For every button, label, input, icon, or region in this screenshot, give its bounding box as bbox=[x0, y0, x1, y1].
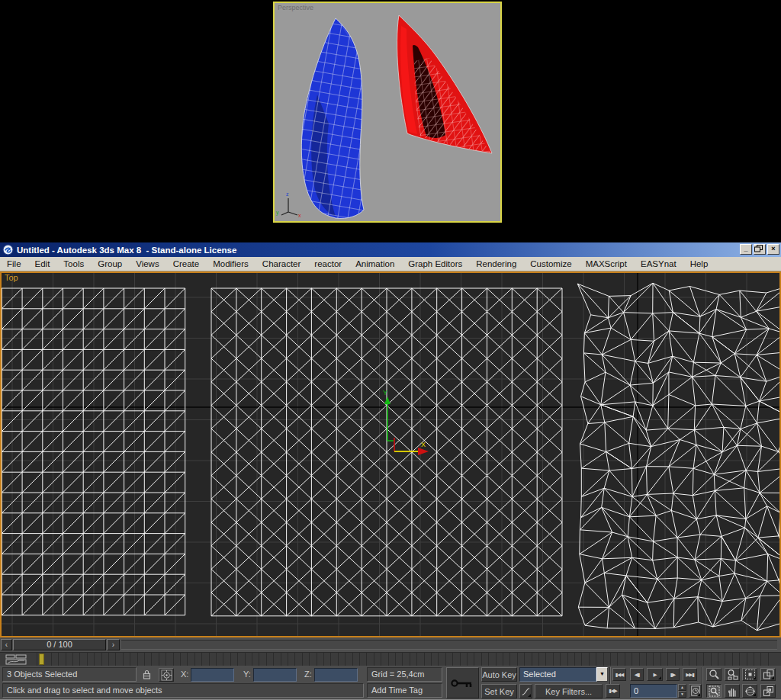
time-slider-track[interactable] bbox=[121, 640, 777, 650]
menu-item-modifiers[interactable]: Modifiers bbox=[206, 257, 256, 271]
track-tick bbox=[509, 653, 510, 666]
selection-lock-icon[interactable] bbox=[142, 669, 152, 680]
clock-icon bbox=[690, 686, 701, 696]
go-to-end-button[interactable]: ▶▶▮ bbox=[683, 668, 697, 681]
dropdown-arrow-icon[interactable]: ▼ bbox=[596, 667, 608, 682]
time-slider: ‹ 0 / 100 › bbox=[0, 637, 781, 652]
title-bar[interactable]: Untitled - Autodesk 3ds Max 8 - Stand-al… bbox=[0, 242, 781, 257]
track-tick bbox=[252, 653, 252, 666]
track-tick bbox=[281, 653, 281, 666]
track-tick bbox=[58, 653, 59, 666]
track-tick bbox=[532, 653, 532, 666]
zoom-button[interactable] bbox=[706, 668, 722, 681]
minimize-button[interactable]: _ bbox=[740, 244, 752, 255]
track-tick bbox=[166, 653, 166, 666]
menu-item-group[interactable]: Group bbox=[91, 257, 129, 271]
default-tangent-button[interactable] bbox=[519, 684, 532, 698]
track-tick bbox=[302, 653, 303, 666]
previous-frame-button[interactable]: ◀▮ bbox=[630, 668, 644, 681]
play-button[interactable]: ▶ bbox=[647, 668, 663, 681]
key-mode-toggle[interactable]: ▮◀▶ bbox=[606, 684, 620, 698]
menu-item-tools[interactable]: Tools bbox=[56, 257, 91, 271]
top-viewport-canvas[interactable]: Y X bbox=[2, 273, 779, 636]
track-tick bbox=[760, 653, 761, 666]
region-zoom-button[interactable] bbox=[706, 684, 722, 698]
menu-item-character[interactable]: Character bbox=[256, 257, 308, 271]
selection-status: 3 Objects Selected bbox=[2, 667, 137, 682]
z-coordinate-field[interactable] bbox=[314, 668, 358, 682]
zoom-extents-all-button[interactable] bbox=[760, 668, 776, 681]
track-tick bbox=[460, 653, 461, 666]
frame-forward-button[interactable]: › bbox=[107, 639, 120, 650]
y-coordinate-field[interactable] bbox=[253, 668, 297, 682]
track-tick bbox=[545, 653, 546, 666]
arc-rotate-button[interactable] bbox=[742, 684, 757, 698]
transform-typein-toggle[interactable] bbox=[159, 668, 174, 682]
blue-cloth-mesh[interactable] bbox=[301, 18, 364, 218]
track-tick bbox=[216, 653, 217, 666]
current-frame-marker[interactable] bbox=[39, 653, 44, 665]
move-gizmo: Y X bbox=[383, 389, 429, 455]
track-tick bbox=[589, 653, 590, 666]
track-tick bbox=[467, 653, 468, 666]
frame-spin-up[interactable]: ▲ bbox=[678, 684, 686, 691]
menu-item-customize[interactable]: Customize bbox=[523, 257, 578, 271]
track-tick bbox=[237, 653, 238, 666]
min-max-toggle-button[interactable] bbox=[760, 684, 776, 698]
time-slider-handle[interactable]: 0 / 100 bbox=[13, 639, 106, 650]
red-cloth-mesh[interactable] bbox=[397, 15, 492, 153]
x-coordinate-field[interactable] bbox=[191, 668, 234, 682]
menu-item-edit[interactable]: Edit bbox=[28, 257, 57, 271]
viewport-label-top[interactable]: Top bbox=[5, 273, 18, 282]
track-bar[interactable] bbox=[0, 652, 781, 666]
track-tick bbox=[352, 653, 353, 666]
close-button[interactable]: × bbox=[767, 244, 779, 255]
svg-text:X: X bbox=[421, 441, 426, 448]
selection-set-dropdown[interactable]: Selected bbox=[519, 667, 596, 682]
track-tick bbox=[538, 653, 539, 666]
app-icon[interactable] bbox=[2, 244, 14, 255]
zoom-all-button[interactable] bbox=[725, 668, 740, 681]
menu-item-create[interactable]: Create bbox=[166, 257, 207, 271]
menu-item-graph-editors[interactable]: Graph Editors bbox=[401, 257, 469, 271]
menu-item-views[interactable]: Views bbox=[129, 257, 166, 271]
frame-back-button[interactable]: ‹ bbox=[1, 639, 12, 650]
time-configuration-button[interactable] bbox=[689, 684, 702, 698]
menu-bar: FileEditToolsGroupViewsCreateModifiersCh… bbox=[0, 257, 781, 271]
set-keys-button[interactable] bbox=[446, 667, 479, 698]
track-tick bbox=[754, 653, 754, 666]
add-time-tag-button[interactable]: Add Time Tag bbox=[367, 683, 442, 698]
top-viewport[interactable]: Y X Top bbox=[0, 271, 781, 637]
menu-item-animation[interactable]: Animation bbox=[349, 257, 401, 271]
track-tick bbox=[245, 653, 246, 666]
perspective-canvas[interactable]: z x y bbox=[275, 3, 500, 221]
menu-item-file[interactable]: File bbox=[0, 257, 28, 271]
restore-button[interactable] bbox=[754, 244, 766, 255]
set-key-button[interactable]: Set Key bbox=[481, 684, 517, 698]
zoom-extents-button[interactable] bbox=[742, 668, 757, 681]
viewport-label-perspective[interactable]: Perspective bbox=[278, 4, 313, 11]
menu-item-reactor[interactable]: reactor bbox=[307, 257, 349, 271]
menu-item-help[interactable]: Help bbox=[683, 257, 715, 271]
perspective-viewport[interactable]: z x y Perspective bbox=[273, 2, 502, 223]
pan-button[interactable] bbox=[725, 684, 740, 698]
auto-key-button[interactable]: Auto Key bbox=[481, 667, 517, 682]
track-tick bbox=[159, 653, 159, 666]
menu-item-rendering[interactable]: Rendering bbox=[469, 257, 523, 271]
next-frame-button[interactable]: ▮▶ bbox=[666, 668, 680, 681]
track-tick bbox=[94, 653, 95, 666]
mini-curve-editor-button[interactable] bbox=[5, 653, 27, 665]
track-tick bbox=[187, 653, 188, 666]
track-tick bbox=[338, 653, 339, 666]
menu-item-easynat[interactable]: EASYnat bbox=[634, 257, 683, 271]
track-tick bbox=[130, 653, 130, 666]
track-tick bbox=[625, 653, 625, 666]
current-frame-field[interactable]: 0 bbox=[630, 684, 677, 698]
x-label: X: bbox=[181, 669, 188, 679]
track-tick bbox=[180, 653, 181, 666]
track-tick bbox=[72, 653, 73, 666]
menu-item-maxscript[interactable]: MAXScript bbox=[579, 257, 634, 271]
go-to-start-button[interactable]: ▮◀◀ bbox=[612, 668, 626, 681]
frame-spin-down[interactable]: ▼ bbox=[678, 691, 686, 698]
key-filters-button[interactable]: Key Filters... bbox=[535, 684, 603, 698]
